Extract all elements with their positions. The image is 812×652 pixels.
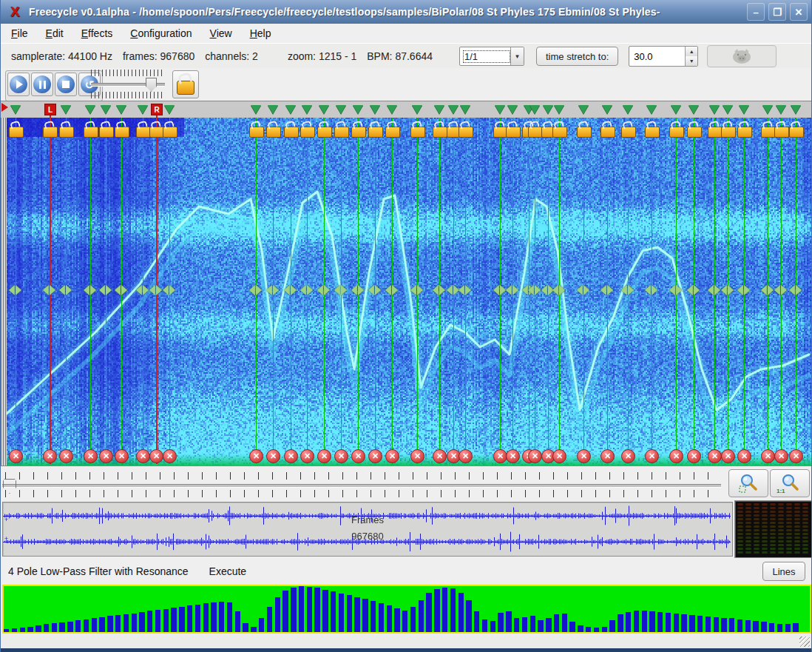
slice-handle-icon[interactable] [776,105,786,114]
slice-lock-icon[interactable] [99,127,114,138]
slice-move-icon[interactable] [334,285,347,295]
maximize-button[interactable]: ❐ [768,3,786,21]
envelope-bar[interactable] [203,603,209,632]
slice-delete-icon[interactable]: ✕ [385,449,399,463]
slice-move-icon[interactable] [115,285,127,295]
envelope-bar[interactable] [35,625,41,632]
slice-delete-icon[interactable]: ✕ [351,449,365,463]
slice-move-icon[interactable] [687,285,700,295]
slice-lock-icon[interactable] [410,127,425,138]
envelope-bar[interactable] [52,623,57,632]
slice-handle-icon[interactable] [387,105,397,114]
slice-handle-icon[interactable] [101,105,111,114]
envelope-bar[interactable] [578,625,583,632]
slice-move-icon[interactable] [300,285,313,295]
envelope-bar[interactable] [147,611,152,632]
envelope-bar[interactable] [474,611,479,632]
slice-lock-icon[interactable] [528,127,543,138]
slice-lock-icon[interactable] [789,127,804,138]
slice-move-icon[interactable] [447,285,459,295]
envelope-bar[interactable] [20,628,25,632]
envelope-bar[interactable] [371,601,376,632]
slice-handle-icon[interactable] [164,105,175,114]
envelope-bar[interactable] [729,618,734,632]
spectrogram-panel[interactable]: ✕✕✕✕✕✕✕✕✕✕✕✕✕✕✕✕✕✕✕✕✕✕✕✕✕✕✕✕✕✕✕✕✕✕✕✕✕✕✕✕… [1,101,812,466]
envelope-bar[interactable] [219,602,224,632]
envelope-bar[interactable] [307,587,312,632]
slice-move-icon[interactable] [9,285,21,295]
slice-lock-icon[interactable] [774,127,789,138]
slice-delete-icon[interactable]: ✕ [761,449,775,463]
spin-down-icon[interactable]: ▼ [685,56,697,66]
slice-lock-icon[interactable] [385,127,400,138]
envelope-bar[interactable] [44,624,49,632]
envelope-bar[interactable] [569,622,575,632]
slice-move-icon[interactable] [600,285,613,295]
slice-move-icon[interactable] [645,285,657,295]
envelope-bar[interactable] [745,620,751,632]
slice-lock-icon[interactable] [334,127,349,138]
envelope-bar[interactable] [450,588,456,632]
envelope-bar[interactable] [92,618,97,632]
slice-lock-icon[interactable] [249,127,264,138]
slice-handle-icon[interactable] [138,105,148,114]
envelope-bar[interactable] [602,627,607,632]
envelope-bar[interactable] [769,623,774,632]
envelope-bar[interactable] [27,627,33,632]
slice-handle-icon[interactable] [302,105,312,114]
slice-move-icon[interactable] [506,285,518,295]
slice-handle-icon[interactable] [646,105,657,114]
slice-lock-icon[interactable] [737,127,752,138]
envelope-bar[interactable] [681,614,686,632]
slice-handle-icon[interactable] [791,105,801,114]
envelope-bar[interactable] [530,616,535,632]
slice-delete-icon[interactable]: ✕ [721,449,735,463]
slice-move-icon[interactable] [43,285,55,295]
slice-lock-icon[interactable] [43,127,58,138]
slice-handle-icon[interactable] [268,105,278,114]
slice-delete-icon[interactable]: ✕ [669,449,683,463]
slice-delete-icon[interactable]: ✕ [284,449,298,463]
envelope-bar[interactable] [674,614,679,632]
slider-thumb[interactable] [146,78,157,92]
envelope-bar[interactable] [426,593,431,632]
slice-delete-icon[interactable]: ✕ [59,449,73,463]
slice-delete-icon[interactable]: ✕ [84,449,98,463]
envelope-bar[interactable] [322,590,328,632]
envelope-bar[interactable] [235,611,240,632]
envelope-bar[interactable] [546,618,551,632]
slice-lock-icon[interactable] [368,127,383,138]
envelope-bar[interactable] [67,622,72,632]
envelope-bar[interactable] [179,607,184,632]
envelope-bar[interactable] [586,627,591,632]
envelope-bar[interactable] [706,616,711,632]
slice-move-icon[interactable] [621,285,634,295]
slice-move-icon[interactable] [317,285,330,295]
stop-button[interactable] [55,73,77,96]
envelope-bar[interactable] [394,608,399,632]
envelope-bar[interactable] [459,593,464,632]
slice-handle-icon[interactable] [723,105,733,114]
envelope-bar[interactable] [434,589,439,632]
envelope-bar[interactable] [402,611,407,632]
envelope-bar[interactable] [793,623,798,632]
envelope-bar[interactable] [737,619,742,632]
envelope-bar[interactable] [634,611,639,632]
envelope-bar[interactable] [251,627,256,632]
playhead-icon[interactable] [1,103,8,112]
slice-delete-icon[interactable]: ✕ [410,449,424,463]
slice-lock-icon[interactable] [687,127,702,138]
slice-handle-icon[interactable] [543,105,553,114]
envelope-bar[interactable] [362,599,368,632]
envelope-bar[interactable] [163,609,169,632]
chevron-down-icon[interactable]: ▼ [510,47,524,65]
envelope-bar[interactable] [466,600,471,632]
slice-delete-icon[interactable]: ✕ [621,449,635,463]
slice-handle-icon[interactable] [495,105,505,114]
envelope-bar[interactable] [506,611,511,632]
envelope-bar[interactable] [642,611,647,632]
slice-handle-icon[interactable] [336,105,346,114]
slice-move-icon[interactable] [761,285,774,295]
execute-button[interactable]: Execute [209,565,247,577]
slice-lock-icon[interactable] [9,127,24,138]
